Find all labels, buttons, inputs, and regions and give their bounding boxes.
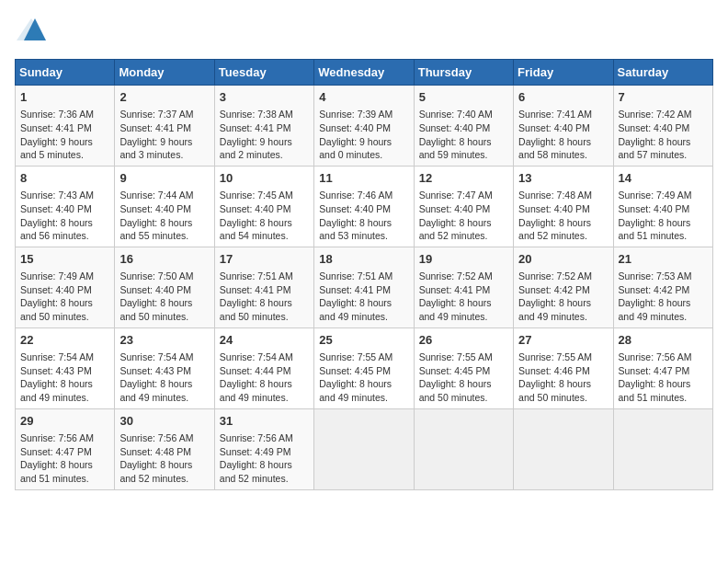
day-info: Sunrise: 7:44 AM Sunset: 4:40 PM Dayligh…: [119, 189, 209, 243]
day-info: Sunrise: 7:56 AM Sunset: 4:47 PM Dayligh…: [619, 350, 708, 405]
day-number: 22: [20, 332, 109, 349]
weekday-header-sunday: Sunday: [16, 60, 115, 86]
day-cell: 12Sunrise: 7:47 AM Sunset: 4:40 PM Dayli…: [414, 166, 513, 247]
day-info: Sunrise: 7:55 AM Sunset: 4:46 PM Dayligh…: [518, 350, 608, 405]
day-info: Sunrise: 7:54 AM Sunset: 4:44 PM Dayligh…: [220, 350, 309, 405]
day-number: 29: [20, 413, 109, 430]
day-cell: 17Sunrise: 7:51 AM Sunset: 4:41 PM Dayli…: [214, 247, 313, 327]
day-cell: 9Sunrise: 7:44 AM Sunset: 4:40 PM Daylig…: [115, 166, 214, 247]
day-number: 20: [518, 251, 608, 268]
day-info: Sunrise: 7:48 AM Sunset: 4:40 PM Dayligh…: [518, 189, 608, 243]
page-header: [15, 15, 713, 48]
day-info: Sunrise: 7:53 AM Sunset: 4:42 PM Dayligh…: [619, 270, 708, 324]
day-info: Sunrise: 7:42 AM Sunset: 4:40 PM Dayligh…: [619, 108, 708, 162]
day-number: 23: [119, 332, 209, 349]
day-info: Sunrise: 7:41 AM Sunset: 4:40 PM Dayligh…: [518, 108, 608, 162]
day-cell: [414, 408, 513, 489]
week-row-2: 8Sunrise: 7:43 AM Sunset: 4:40 PM Daylig…: [16, 166, 713, 247]
day-number: 21: [619, 251, 708, 268]
day-cell: 20Sunrise: 7:52 AM Sunset: 4:42 PM Dayli…: [514, 247, 613, 327]
day-cell: 29Sunrise: 7:56 AM Sunset: 4:47 PM Dayli…: [16, 408, 115, 489]
day-cell: 10Sunrise: 7:45 AM Sunset: 4:40 PM Dayli…: [214, 166, 313, 247]
day-cell: 1Sunrise: 7:36 AM Sunset: 4:41 PM Daylig…: [16, 86, 115, 167]
weekday-header-monday: Monday: [115, 60, 214, 86]
day-number: 25: [319, 332, 408, 349]
day-info: Sunrise: 7:54 AM Sunset: 4:43 PM Dayligh…: [119, 350, 209, 405]
day-number: 16: [119, 251, 209, 268]
weekday-header-friday: Friday: [514, 60, 613, 86]
day-info: Sunrise: 7:56 AM Sunset: 4:48 PM Dayligh…: [119, 431, 209, 486]
day-cell: 6Sunrise: 7:41 AM Sunset: 4:40 PM Daylig…: [514, 86, 613, 167]
day-cell: 3Sunrise: 7:38 AM Sunset: 4:41 PM Daylig…: [214, 86, 313, 167]
day-cell: 26Sunrise: 7:55 AM Sunset: 4:45 PM Dayli…: [414, 327, 513, 408]
day-cell: [314, 408, 414, 489]
day-cell: 13Sunrise: 7:48 AM Sunset: 4:40 PM Dayli…: [514, 166, 613, 247]
day-cell: 11Sunrise: 7:46 AM Sunset: 4:40 PM Dayli…: [314, 166, 414, 247]
day-cell: 7Sunrise: 7:42 AM Sunset: 4:40 PM Daylig…: [613, 86, 712, 167]
day-cell: 16Sunrise: 7:50 AM Sunset: 4:40 PM Dayli…: [115, 247, 214, 327]
day-number: 14: [619, 170, 708, 187]
day-cell: 2Sunrise: 7:37 AM Sunset: 4:41 PM Daylig…: [115, 86, 214, 167]
day-number: 28: [619, 332, 708, 349]
day-number: 8: [20, 170, 109, 187]
day-cell: [514, 408, 613, 489]
day-number: 24: [220, 332, 309, 349]
day-number: 11: [319, 170, 408, 187]
day-number: 30: [119, 413, 209, 430]
day-info: Sunrise: 7:52 AM Sunset: 4:41 PM Dayligh…: [419, 270, 508, 324]
day-cell: 4Sunrise: 7:39 AM Sunset: 4:40 PM Daylig…: [314, 86, 414, 167]
day-cell: 21Sunrise: 7:53 AM Sunset: 4:42 PM Dayli…: [613, 247, 712, 327]
day-number: 6: [518, 89, 608, 106]
day-number: 27: [518, 332, 608, 349]
day-cell: 23Sunrise: 7:54 AM Sunset: 4:43 PM Dayli…: [115, 327, 214, 408]
day-number: 2: [119, 89, 209, 106]
day-info: Sunrise: 7:47 AM Sunset: 4:40 PM Dayligh…: [419, 189, 508, 243]
day-number: 31: [220, 413, 309, 430]
day-info: Sunrise: 7:55 AM Sunset: 4:45 PM Dayligh…: [419, 350, 508, 405]
day-cell: 27Sunrise: 7:55 AM Sunset: 4:46 PM Dayli…: [514, 327, 613, 408]
day-info: Sunrise: 7:51 AM Sunset: 4:41 PM Dayligh…: [220, 270, 309, 324]
day-info: Sunrise: 7:38 AM Sunset: 4:41 PM Dayligh…: [220, 108, 309, 162]
day-info: Sunrise: 7:52 AM Sunset: 4:42 PM Dayligh…: [518, 270, 608, 324]
day-info: Sunrise: 7:40 AM Sunset: 4:40 PM Dayligh…: [419, 108, 508, 162]
day-cell: 18Sunrise: 7:51 AM Sunset: 4:41 PM Dayli…: [314, 247, 414, 327]
logo-icon: [15, 15, 48, 48]
day-info: Sunrise: 7:45 AM Sunset: 4:40 PM Dayligh…: [220, 189, 309, 243]
day-cell: 24Sunrise: 7:54 AM Sunset: 4:44 PM Dayli…: [214, 327, 313, 408]
day-cell: 31Sunrise: 7:56 AM Sunset: 4:49 PM Dayli…: [214, 408, 313, 489]
day-number: 15: [20, 251, 109, 268]
week-row-4: 22Sunrise: 7:54 AM Sunset: 4:43 PM Dayli…: [16, 327, 713, 408]
day-number: 9: [119, 170, 209, 187]
day-cell: 28Sunrise: 7:56 AM Sunset: 4:47 PM Dayli…: [613, 327, 712, 408]
week-row-1: 1Sunrise: 7:36 AM Sunset: 4:41 PM Daylig…: [16, 86, 713, 167]
day-info: Sunrise: 7:43 AM Sunset: 4:40 PM Dayligh…: [20, 189, 109, 243]
day-cell: 15Sunrise: 7:49 AM Sunset: 4:40 PM Dayli…: [16, 247, 115, 327]
day-number: 26: [419, 332, 508, 349]
day-info: Sunrise: 7:49 AM Sunset: 4:40 PM Dayligh…: [619, 189, 708, 243]
day-cell: 30Sunrise: 7:56 AM Sunset: 4:48 PM Dayli…: [115, 408, 214, 489]
weekday-header-saturday: Saturday: [613, 60, 712, 86]
day-number: 17: [220, 251, 309, 268]
weekday-header-tuesday: Tuesday: [214, 60, 313, 86]
day-info: Sunrise: 7:37 AM Sunset: 4:41 PM Dayligh…: [119, 108, 209, 162]
day-number: 13: [518, 170, 608, 187]
day-cell: 25Sunrise: 7:55 AM Sunset: 4:45 PM Dayli…: [314, 327, 414, 408]
weekday-header-thursday: Thursday: [414, 60, 513, 86]
day-info: Sunrise: 7:39 AM Sunset: 4:40 PM Dayligh…: [319, 108, 408, 162]
day-number: 3: [220, 89, 309, 106]
day-cell: [613, 408, 712, 489]
day-number: 1: [20, 89, 109, 106]
weekday-header-wednesday: Wednesday: [314, 60, 414, 86]
day-number: 5: [419, 89, 508, 106]
logo: [15, 15, 53, 48]
day-number: 4: [319, 89, 408, 106]
week-row-5: 29Sunrise: 7:56 AM Sunset: 4:47 PM Dayli…: [16, 408, 713, 489]
day-info: Sunrise: 7:49 AM Sunset: 4:40 PM Dayligh…: [20, 270, 109, 324]
calendar-header: SundayMondayTuesdayWednesdayThursdayFrid…: [16, 60, 713, 86]
day-number: 7: [619, 89, 708, 106]
day-cell: 5Sunrise: 7:40 AM Sunset: 4:40 PM Daylig…: [414, 86, 513, 167]
day-number: 12: [419, 170, 508, 187]
day-info: Sunrise: 7:36 AM Sunset: 4:41 PM Dayligh…: [20, 108, 109, 162]
day-info: Sunrise: 7:55 AM Sunset: 4:45 PM Dayligh…: [319, 350, 408, 405]
day-info: Sunrise: 7:56 AM Sunset: 4:49 PM Dayligh…: [220, 431, 309, 486]
